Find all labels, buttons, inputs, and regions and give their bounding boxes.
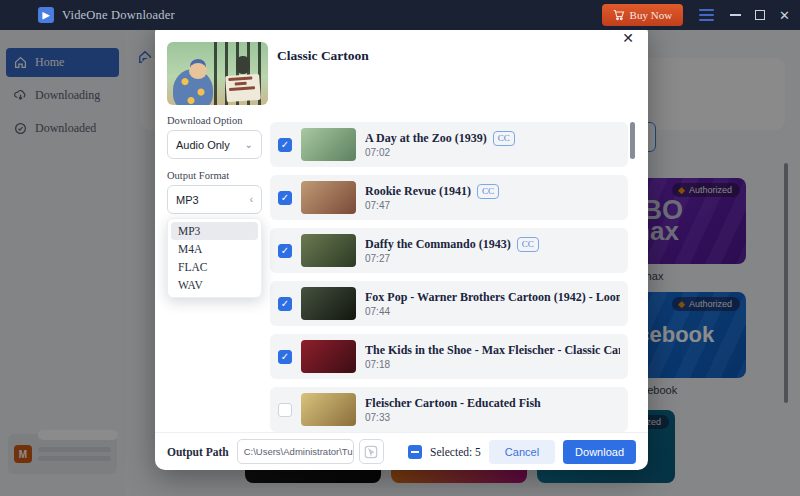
video-row: Fleischer Cartoon - Educated Fish CC 07:… [270,387,628,432]
chevron-down-icon: ⌄ [245,139,253,150]
video-checkbox[interactable] [278,350,292,364]
cc-badge: CC [493,131,515,146]
video-title: A Day at the Zoo (1939) [365,131,487,146]
browse-folder-button[interactable] [359,439,384,464]
cart-icon [613,9,625,21]
cc-badge: CC [477,184,499,199]
playlist-modal: ✕ Classic Cartoon Download Option Audio … [155,22,648,470]
video-duration: 07:27 [365,253,620,264]
video-duration: 07:44 [365,306,620,317]
cc-badge: CC [517,237,539,252]
app-window: ▶ VideOne Downloader Buy Now ✕ Home [0,0,800,496]
video-checkbox[interactable] [278,138,292,152]
download-button[interactable]: Download [563,440,636,464]
output-format-select[interactable]: MP3 ‹ [167,185,262,214]
dropdown-option-flac[interactable]: FLAC [171,258,258,276]
output-path-label: Output Path [167,446,229,458]
cancel-button[interactable]: Cancel [489,440,555,464]
app-logo-icon: ▶ [38,7,54,23]
modal-close-icon[interactable]: ✕ [622,30,634,46]
video-thumbnail [301,234,356,267]
video-title: Fox Pop - Warner Brothers Cartoon (1942)… [365,290,620,305]
chevron-left-icon: ‹ [250,194,253,205]
video-thumbnail [301,287,356,320]
video-checkbox[interactable] [278,244,292,258]
video-thumbnail [301,340,356,373]
app-title: VideOne Downloader [62,8,175,23]
download-option-select[interactable]: Audio Only ⌄ [167,130,262,159]
video-row: Fox Pop - Warner Brothers Cartoon (1942)… [270,281,628,326]
video-title: Daffy the Commando (1943) [365,237,511,252]
video-row: The Kids in the Shoe - Max Fleischer - C… [270,334,628,379]
video-checkbox[interactable] [278,297,292,311]
modal-footer: Output Path C:\Users\Administrator\Tun S… [155,432,648,470]
video-checkbox[interactable] [278,403,292,417]
playlist-title: Classic Cartoon [277,48,369,64]
video-title: Fleischer Cartoon - Educated Fish [365,396,541,411]
select-all-checkbox[interactable] [408,445,422,459]
video-duration: 07:02 [365,147,620,158]
dropdown-option-m4a[interactable]: M4A [171,240,258,258]
menu-icon[interactable] [697,7,716,23]
output-path-input[interactable]: C:\Users\Administrator\Tun [237,439,354,464]
video-thumbnail [301,181,356,214]
list-scrollbar[interactable] [630,122,635,159]
titlebar: ▶ VideOne Downloader Buy Now ✕ [0,0,800,30]
video-row: Daffy the Commando (1943) CC 07:27 [270,228,628,273]
video-duration: 07:33 [365,412,620,423]
dropdown-option-wav[interactable]: WAV [171,276,258,294]
dropdown-option-mp3[interactable]: MP3 [171,222,258,240]
video-title: Rookie Revue (1941) [365,184,471,199]
video-row: A Day at the Zoo (1939) CC 07:02 [270,122,628,167]
playlist-thumbnail [167,42,268,105]
selected-count: Selected: 5 [430,446,481,458]
buy-now-button[interactable]: Buy Now [602,4,683,26]
video-thumbnail [301,128,356,161]
output-format-label: Output Format [167,170,229,181]
maximize-button[interactable] [755,10,765,20]
video-checkbox[interactable] [278,191,292,205]
video-duration: 07:18 [365,359,620,370]
folder-select-icon [364,445,378,459]
video-duration: 07:47 [365,200,620,211]
minimize-button[interactable] [730,14,741,16]
video-row: Rookie Revue (1941) CC 07:47 [270,175,628,220]
video-thumbnail [301,393,356,426]
video-list: A Day at the Zoo (1939) CC 07:02 Rookie … [270,122,628,434]
video-title: The Kids in the Shoe - Max Fleischer - C… [365,343,620,358]
output-format-dropdown: MP3 M4A FLAC WAV [167,218,262,298]
close-window-button[interactable]: ✕ [779,9,790,22]
download-option-label: Download Option [167,115,243,126]
